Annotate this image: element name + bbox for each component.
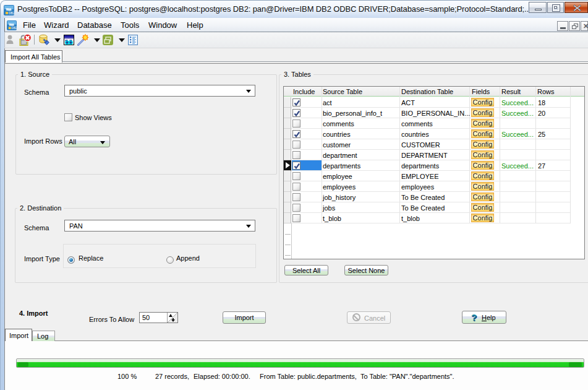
svg-text:DB2: DB2 (9, 11, 14, 15)
svg-text:DB2: DB2 (12, 27, 17, 30)
